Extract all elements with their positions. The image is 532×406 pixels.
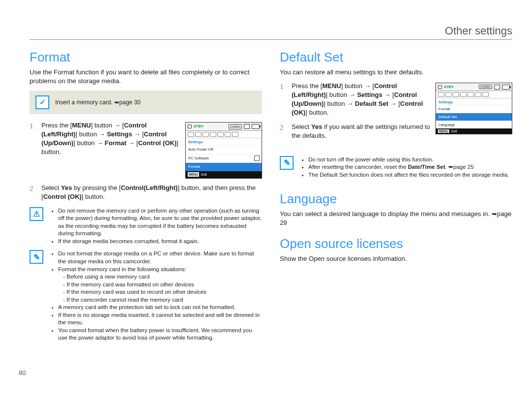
format-step-1: Press the [MENU] button → [Control (Left…: [41, 121, 181, 157]
menu-badge: MENU: [188, 172, 199, 177]
right-column: Default Set You can restore all menu set…: [280, 50, 512, 344]
two-column-layout: Format Use the Format function if you wa…: [30, 50, 512, 344]
default-step-2: Select Yes if you want all the settings …: [292, 123, 432, 140]
note-subitem: Before using a new memory card: [63, 273, 262, 281]
menu-badge: MENU: [438, 129, 449, 133]
lcd-item: PC Software: [186, 154, 262, 163]
stby-label: STBY: [444, 85, 454, 89]
note-subitem: If the memory card was formatted on othe…: [63, 281, 262, 289]
battery-icon: [252, 124, 260, 129]
language-intro: You can select a desired language to dis…: [280, 210, 512, 227]
lcd-preview-defaultset: STBY 220Min Settings Format Default Set …: [435, 83, 512, 134]
record-icon: [188, 125, 192, 128]
callout-text: Insert a memory card. ➥page 30: [55, 99, 140, 106]
note-item: Format the memory card in the following …: [58, 266, 262, 304]
note-item: A memory card with the protection tab se…: [58, 304, 262, 312]
note-subitem: If the memory card was used to record on…: [63, 288, 262, 296]
warning-item: Do not remove the memory card or perform…: [58, 207, 262, 238]
card-icon: [494, 85, 500, 90]
left-column: Format Use the Format function if you wa…: [30, 50, 262, 344]
osl-heading: Open source licenses: [280, 236, 512, 251]
notes-block: ✎ Do not format the storage media on a P…: [30, 250, 262, 342]
step-number: 1: [30, 121, 36, 179]
exit-label: Exit: [451, 129, 457, 133]
lcd-item-selected: Default Set: [436, 113, 512, 121]
default-set-steps: 1 Press the [MENU] button → [Control (Le…: [280, 82, 432, 145]
note-item: After resetting the camcorder, reset the…: [308, 163, 512, 171]
note-item: You cannot format when the battery power…: [58, 327, 262, 342]
time-remaining: 220Min: [479, 85, 492, 89]
warning-icon: ⚠: [30, 207, 43, 221]
record-icon: [438, 85, 442, 89]
note-item: If there is no storage media inserted, i…: [58, 312, 262, 327]
time-remaining: 220Min: [229, 124, 242, 129]
lcd-item: Format: [436, 105, 512, 113]
format-intro: Use the Format function if you want to d…: [30, 68, 262, 86]
default-set-intro: You can restore all menu settings to the…: [280, 68, 512, 77]
format-heading: Format: [30, 50, 262, 65]
note-icon: ✎: [30, 250, 43, 264]
lcd-menu-title: Settings: [436, 98, 512, 105]
step-number: 2: [280, 123, 287, 140]
note-item: Do not format the storage media on a PC …: [58, 250, 262, 265]
warning-block: ⚠ Do not remove the memory card or perfo…: [30, 207, 262, 246]
lcd-menu-title: Settings: [186, 138, 262, 146]
page-header: Other settings: [30, 25, 512, 40]
stby-label: STBY: [194, 124, 203, 129]
lcd-preview-format: STBY 220Min Settings Aut: [185, 122, 262, 179]
check-icon: ✓: [35, 95, 49, 109]
header-title: Other settings: [445, 25, 512, 37]
lcd-item-selected: Format: [186, 162, 262, 171]
icon-row: [436, 91, 512, 98]
manual-page: Other settings Format Use the Format fun…: [0, 0, 532, 406]
note-icon: ✎: [280, 156, 294, 170]
warning-item: If the storage media becomes corrupted, …: [58, 238, 262, 246]
osl-intro: Show the Open source licenses informatio…: [280, 254, 512, 263]
battery-icon: [502, 85, 510, 90]
lcd-item: Language: [436, 121, 512, 128]
default-set-row: 1 Press the [MENU] button → [Control (Le…: [280, 82, 512, 151]
icon-row: [186, 131, 262, 138]
note-subitem: If the camcorder cannot read the memory …: [63, 296, 262, 304]
default-notes-block: ✎ Do not turn off the power while using …: [280, 156, 512, 179]
card-icon: [244, 124, 250, 129]
exit-label: Exit: [201, 172, 207, 177]
note-item: Do not turn off the power while using th…: [308, 156, 512, 164]
sd-icon: [254, 156, 260, 161]
default-set-heading: Default Set: [280, 50, 512, 65]
step-number: 1: [280, 82, 287, 118]
page-number: 80: [19, 369, 26, 376]
language-heading: Language: [280, 191, 512, 207]
format-steps: 1 Press the [MENU] button → [Control (Le…: [30, 121, 262, 201]
insert-card-callout: ✓ Insert a memory card. ➥page 30: [30, 91, 262, 114]
format-step-2: Select Yes by pressing the [Control(Left…: [41, 184, 262, 201]
lcd-item: Auto Power Off: [186, 145, 262, 154]
note-item: The Default Set function does not affect…: [308, 171, 512, 179]
default-step-1: Press the [MENU] button → [Control (Left…: [292, 82, 432, 118]
step-number: 2: [30, 184, 36, 201]
